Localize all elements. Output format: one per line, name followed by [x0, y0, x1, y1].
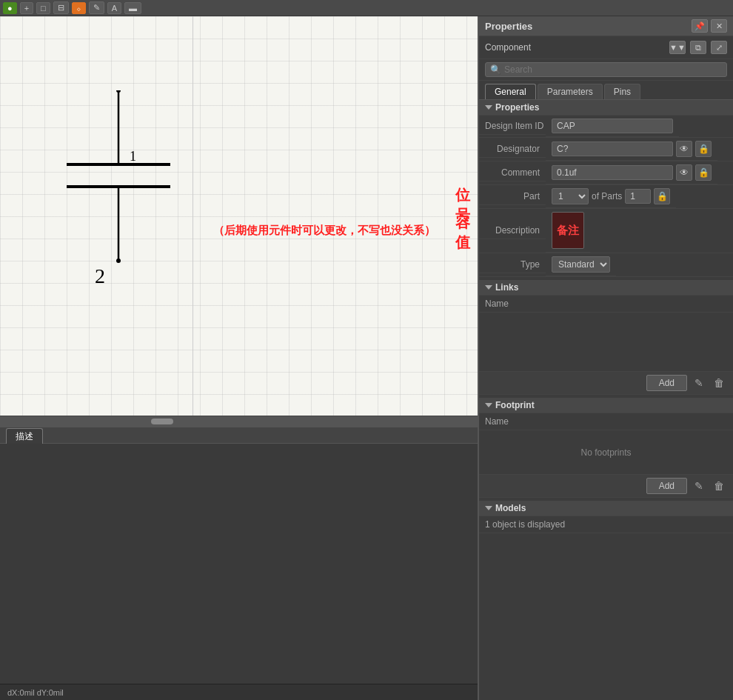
design-item-id-input[interactable]	[552, 119, 673, 133]
panel-close-btn[interactable]: ✕	[711, 19, 727, 33]
section-models-title: Models	[495, 503, 526, 513]
search-icon: 🔍	[490, 64, 501, 75]
section-properties-title: Properties	[495, 102, 539, 113]
component-row: Component ▼▼ ⧉ ⤢	[479, 36, 733, 59]
no-footprints-text: No footprints	[580, 447, 631, 458]
designator-input[interactable]	[552, 141, 673, 156]
of-parts-input[interactable]	[625, 189, 651, 204]
panel-title: Properties	[485, 21, 532, 32]
models-triangle-icon	[485, 506, 492, 510]
search-input[interactable]	[504, 64, 722, 75]
type-select[interactable]: Standard	[552, 256, 610, 273]
tab-pins[interactable]: Pins	[604, 84, 640, 99]
links-name-header: Name	[479, 296, 733, 313]
section-footprint[interactable]: Footprint	[479, 398, 733, 413]
description-value-cell: 备注	[546, 209, 590, 253]
footprint-edit-btn[interactable]: ✎	[692, 479, 706, 493]
links-add-row: Add ✎ 🗑	[479, 372, 733, 395]
designator-row: Designator 👁 🔒	[479, 138, 733, 161]
right-panel: Properties 📌 ✕ Component ▼▼ ⧉ ⤢ 🔍 Genera…	[478, 16, 733, 700]
bottom-content	[0, 444, 478, 684]
designator-eye-btn[interactable]: 👁	[676, 141, 692, 157]
toolbar-btn-rect[interactable]: □	[36, 2, 50, 14]
search-row: 🔍	[479, 59, 733, 81]
footprint-triangle-icon	[485, 403, 492, 407]
svg-text:1: 1	[130, 149, 136, 164]
part-row: Part 1 of Parts 🔒	[479, 185, 733, 209]
tab-general[interactable]: General	[485, 84, 536, 99]
copy-btn[interactable]: ⧉	[690, 41, 706, 54]
part-label: Part	[479, 188, 546, 205]
panel-header-icons: 📌 ✕	[692, 19, 727, 33]
type-value-cell: Standard	[546, 253, 616, 276]
overlay-value: 容值	[455, 213, 478, 253]
part-value-cell: 1 of Parts 🔒	[546, 185, 676, 208]
designator-label: Designator	[479, 141, 546, 158]
tab-description[interactable]: 描述	[6, 428, 43, 444]
svg-point-6	[116, 90, 121, 93]
bottom-tabs: 描述	[0, 427, 478, 444]
h-scroll-thumb[interactable]	[151, 419, 173, 424]
top-toolbar: ● + □ ⊟ ⬦ ✎ A ▬	[0, 0, 733, 16]
comment-lock-btn[interactable]: 🔒	[695, 164, 712, 181]
type-label: Type	[479, 256, 546, 273]
fp-name-header: Name	[479, 413, 733, 430]
main-layout: 1 2 位号 容值 （后期使用元件时可以更改，不写也没关系） 描述	[0, 16, 733, 700]
toolbar-btn-green[interactable]: ●	[3, 2, 17, 14]
search-input-wrap: 🔍	[485, 62, 727, 77]
toolbar-btn-text[interactable]: A	[107, 2, 121, 14]
design-item-id-value-cell	[546, 116, 679, 137]
design-item-id-row: Design Item ID	[479, 116, 733, 138]
links-add-btn[interactable]: Add	[646, 375, 687, 391]
description-row: Description 备注	[479, 209, 733, 253]
tab-parameters[interactable]: Parameters	[538, 84, 603, 99]
description-text-area[interactable]: 备注	[552, 212, 584, 249]
footprint-delete-btn[interactable]: 🗑	[711, 479, 727, 493]
comment-input[interactable]	[552, 165, 673, 180]
svg-point-7	[116, 259, 121, 263]
expand-btn[interactable]: ⤢	[711, 41, 727, 54]
links-empty-area	[479, 313, 733, 372]
status-coords: dX:0mil dY:0mil	[7, 688, 64, 697]
designator-lock-btn[interactable]: 🔒	[695, 141, 712, 157]
toolbar-btn-minus-rect[interactable]: ⊟	[53, 1, 69, 14]
toolbar-btn-line[interactable]: ▬	[124, 2, 141, 14]
section-models[interactable]: Models	[479, 501, 733, 516]
status-bar: dX:0mil dY:0mil	[0, 684, 478, 700]
links-triangle-icon	[485, 285, 492, 290]
toolbar-btn-plus[interactable]: +	[20, 2, 33, 14]
comment-eye-btn[interactable]: 👁	[676, 164, 692, 181]
type-row: Type Standard	[479, 253, 733, 277]
parts-lock-btn[interactable]: 🔒	[654, 188, 670, 204]
models-info: 1 object is displayed	[479, 516, 733, 533]
designator-value-cell: 👁 🔒	[546, 138, 717, 161]
toolbar-btn-diamond[interactable]: ⬦	[72, 2, 86, 14]
description-text: 备注	[557, 224, 579, 238]
canvas-viewport[interactable]: 1 2 位号 容值 （后期使用元件时可以更改，不写也没关系）	[0, 16, 478, 416]
links-delete-btn[interactable]: 🗑	[711, 376, 727, 390]
h-scrollbar[interactable]	[0, 416, 478, 426]
section-footprint-title: Footprint	[495, 400, 535, 410]
triangle-icon	[485, 105, 492, 110]
comment-row: Comment 👁 🔒	[479, 161, 733, 185]
comment-label: Comment	[479, 164, 546, 181]
tabs-row: General Parameters Pins	[479, 81, 733, 100]
section-properties[interactable]: Properties	[479, 100, 733, 116]
links-edit-btn[interactable]: ✎	[692, 376, 706, 390]
fp-empty-area: No footprints	[479, 430, 733, 475]
of-parts-label: of Parts	[592, 191, 622, 201]
filter-btn[interactable]: ▼▼	[669, 41, 686, 54]
footprint-add-btn[interactable]: Add	[646, 478, 687, 494]
component-label: Component	[485, 42, 531, 53]
vertical-divider	[193, 16, 193, 416]
overlay-position: 位号	[455, 185, 478, 225]
toolbar-btn-pencil[interactable]: ✎	[89, 1, 104, 14]
part-select[interactable]: 1	[552, 188, 589, 204]
panel-header: Properties 📌 ✕	[479, 16, 733, 36]
svg-text:2: 2	[95, 264, 105, 287]
overlay-note: （后期使用元件时可以更改，不写也没关系）	[213, 224, 435, 238]
description-label: Description	[479, 222, 546, 239]
section-links[interactable]: Links	[479, 280, 733, 296]
panel-pin-btn[interactable]: 📌	[692, 19, 708, 33]
comment-value-cell: 👁 🔒	[546, 161, 717, 184]
